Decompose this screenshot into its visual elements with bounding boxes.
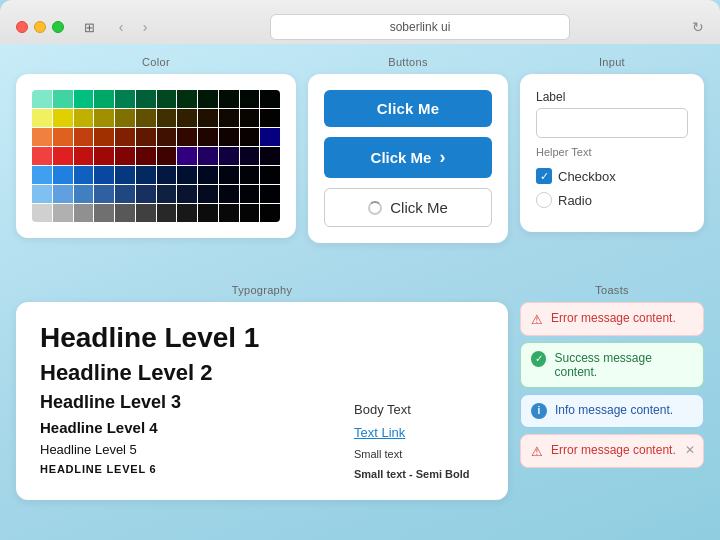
color-swatch — [32, 147, 52, 165]
color-swatch — [177, 109, 197, 127]
color-swatch — [94, 204, 114, 222]
back-button[interactable]: ‹ — [110, 16, 132, 38]
color-swatch — [115, 128, 135, 146]
color-swatch — [53, 147, 73, 165]
color-swatch — [32, 185, 52, 203]
color-swatch — [136, 128, 156, 146]
arrow-icon: › — [439, 147, 445, 168]
color-swatch — [115, 90, 135, 108]
color-swatch — [177, 128, 197, 146]
color-swatch — [219, 147, 239, 165]
sidebar-toggle-button[interactable]: ⊞ — [78, 16, 100, 38]
color-swatch — [177, 204, 197, 222]
input-label: Label — [536, 90, 688, 104]
color-swatch — [74, 128, 94, 146]
info-icon: i — [531, 403, 547, 419]
color-swatch — [157, 204, 177, 222]
color-swatch — [115, 109, 135, 127]
color-swatch — [53, 204, 73, 222]
text-input[interactable] — [536, 108, 688, 138]
toasts-section-wrapper: Toasts ⚠ Error message content. ✓ Succes… — [520, 284, 704, 529]
traffic-light-green[interactable] — [52, 21, 64, 33]
color-swatch — [260, 204, 280, 222]
traffic-light-yellow[interactable] — [34, 21, 46, 33]
typography-headings: Headline Level 1 Headline Level 2 Headli… — [40, 322, 334, 480]
content-area: Color Buttons Click Me Click Me › Click … — [0, 44, 720, 540]
typography-card: Headline Level 1 Headline Level 2 Headli… — [16, 302, 508, 500]
color-swatch — [32, 166, 52, 184]
color-swatch — [240, 166, 260, 184]
color-swatch — [74, 109, 94, 127]
color-swatch — [240, 128, 260, 146]
color-swatch — [53, 128, 73, 146]
color-palette — [32, 90, 280, 222]
refresh-button[interactable]: ↻ — [692, 19, 704, 35]
color-swatch — [74, 185, 94, 203]
color-swatch — [260, 128, 280, 146]
checkbox[interactable]: ✓ — [536, 168, 552, 184]
color-swatch — [157, 128, 177, 146]
toast-error-1: ⚠ Error message content. — [520, 302, 704, 336]
input-section-wrapper: Input Label Helper Text ✓ Checkbox Radio — [520, 56, 704, 272]
error-icon-1: ⚠ — [531, 312, 543, 327]
outline-button-label: Click Me — [390, 199, 448, 216]
color-swatch — [32, 109, 52, 127]
toast-close-button[interactable]: ✕ — [685, 443, 695, 457]
heading-3: Headline Level 3 — [40, 392, 334, 413]
color-swatch — [198, 90, 218, 108]
checkbox-label: Checkbox — [558, 169, 616, 184]
traffic-light-red[interactable] — [16, 21, 28, 33]
color-swatch — [115, 204, 135, 222]
primary-button[interactable]: Click Me — [324, 90, 492, 127]
color-swatch — [74, 204, 94, 222]
color-swatch — [198, 109, 218, 127]
color-swatch — [32, 90, 52, 108]
color-swatch — [53, 90, 73, 108]
color-swatch — [260, 90, 280, 108]
toast-success-text: Success message content. — [554, 351, 693, 379]
color-swatch — [115, 166, 135, 184]
primary-arrow-button[interactable]: Click Me › — [324, 137, 492, 178]
color-swatch — [240, 204, 260, 222]
color-swatch — [177, 147, 197, 165]
toast-error-2-text: Error message content. — [551, 443, 676, 457]
input-section-label: Input — [520, 56, 704, 68]
color-swatch — [32, 204, 52, 222]
color-swatch — [94, 166, 114, 184]
body-text: Body Text — [354, 402, 484, 417]
color-swatch — [53, 109, 73, 127]
color-swatch — [219, 204, 239, 222]
address-bar[interactable]: soberlink ui — [270, 14, 570, 40]
typography-section-label: Typography — [16, 284, 508, 296]
color-swatch — [136, 204, 156, 222]
error-icon-2: ⚠ — [531, 444, 543, 459]
color-swatch — [260, 166, 280, 184]
color-swatch — [219, 166, 239, 184]
color-swatch — [260, 147, 280, 165]
buttons-section-label: Buttons — [308, 56, 508, 68]
toasts-container: ⚠ Error message content. ✓ Success messa… — [520, 302, 704, 474]
color-section-wrapper: Color — [16, 56, 296, 272]
toast-error-2: ⚠ Error message content. ✕ — [520, 434, 704, 468]
color-swatch — [240, 90, 260, 108]
buttons-section-wrapper: Buttons Click Me Click Me › Click Me — [308, 56, 508, 272]
color-swatch — [198, 166, 218, 184]
typography-body-styles: Body Text Text Link Small text Small tex… — [354, 322, 484, 480]
outline-button[interactable]: Click Me — [324, 188, 492, 227]
color-swatch — [136, 90, 156, 108]
color-swatch — [260, 109, 280, 127]
color-swatch — [74, 166, 94, 184]
color-section-label: Color — [16, 56, 296, 68]
color-swatch — [94, 128, 114, 146]
radio-button[interactable] — [536, 192, 552, 208]
color-swatch — [74, 147, 94, 165]
color-swatch — [53, 166, 73, 184]
forward-button[interactable]: › — [134, 16, 156, 38]
toast-info: i Info message content. — [520, 394, 704, 428]
input-card: Label Helper Text ✓ Checkbox Radio — [520, 74, 704, 232]
color-swatch — [177, 166, 197, 184]
buttons-card: Click Me Click Me › Click Me — [308, 74, 508, 243]
text-link[interactable]: Text Link — [354, 425, 484, 440]
color-swatch — [94, 109, 114, 127]
checkbox-row: ✓ Checkbox — [536, 168, 688, 184]
